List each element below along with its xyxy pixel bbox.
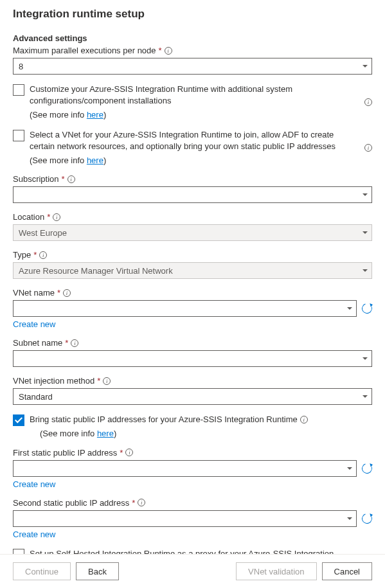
subscription-label: Subscription [13,174,59,184]
info-icon[interactable] [103,377,111,385]
chevron-down-icon [347,517,352,520]
refresh-icon[interactable] [360,301,373,315]
subnet-name-label: Subnet name [13,338,62,348]
static-ip-checkbox[interactable] [13,414,24,426]
injection-select[interactable]: Standard [13,388,372,405]
info-icon[interactable] [125,449,133,456]
seemore-suffix: ) [114,429,116,438]
info-icon[interactable] [138,499,145,506]
type-label: Type [13,250,31,260]
refresh-icon[interactable] [360,512,373,525]
location-value: West Europe [19,228,67,238]
info-icon[interactable] [53,213,60,221]
subscription-select[interactable] [13,186,372,203]
info-icon[interactable] [71,339,78,347]
info-icon[interactable] [300,416,308,423]
vnet-name-label: VNet name [13,288,55,298]
chevron-down-icon [347,307,352,310]
second-ip-select[interactable] [13,510,357,527]
info-icon[interactable] [39,251,47,259]
customize-seemore-link[interactable]: here [87,110,103,120]
location-select: West Europe [13,224,372,241]
required-marker: * [120,448,123,458]
cancel-button[interactable]: Cancel [322,562,372,580]
second-ip-label: Second static public IP address [13,498,129,508]
continue-button: Continue [13,562,71,580]
customize-label: Customize your Azure-SSIS Integration Ru… [30,84,292,105]
vnet-create-new-link[interactable]: Create new [13,319,55,329]
customize-checkbox[interactable] [13,84,24,96]
chevron-down-icon [363,193,368,196]
refresh-icon[interactable] [360,461,373,475]
type-value: Azure Resource Manager Virtual Network [19,266,173,276]
first-ip-label: First static public IP address [13,448,117,458]
footer: Continue Back VNet validation Cancel [0,554,385,588]
info-icon[interactable] [63,289,71,297]
info-icon[interactable] [364,98,372,106]
location-label: Location [13,212,44,222]
max-parallel-label: Maximum parallel executions per node [13,46,156,55]
seemore-prefix: (See more info [40,429,97,438]
injection-value: Standard [19,392,53,402]
required-marker: * [33,250,37,260]
back-button[interactable]: Back [76,562,119,580]
max-parallel-value: 8 [19,62,23,71]
info-icon[interactable] [364,144,372,152]
required-marker: * [62,174,65,184]
required-marker: * [47,212,50,222]
info-icon[interactable] [165,47,172,55]
seemore-suffix: ) [103,156,106,165]
required-marker: * [159,46,162,55]
required-marker: * [132,498,135,508]
section-advanced-settings: Advanced settings [13,33,372,43]
vnet-join-label: Select a VNet for your Azure-SSIS Integr… [30,130,336,151]
type-select: Azure Resource Manager Virtual Network [13,262,372,279]
static-ip-seemore-link[interactable]: here [97,429,114,438]
subnet-name-select[interactable] [13,350,372,367]
seemore-prefix: (See more info [30,110,87,120]
chevron-down-icon [363,231,368,234]
vnet-join-checkbox[interactable] [13,130,24,141]
required-marker: * [65,338,68,348]
first-ip-create-new-link[interactable]: Create new [13,479,55,489]
required-marker: * [57,288,60,298]
seemore-prefix: (See more info [30,156,87,165]
chevron-down-icon [363,395,368,398]
page-title: Integration runtime setup [13,8,372,21]
first-ip-select[interactable] [13,460,357,477]
second-ip-create-new-link[interactable]: Create new [13,530,55,539]
chevron-down-icon [347,467,352,470]
max-parallel-select[interactable]: 8 [13,58,372,75]
vnet-name-select[interactable] [13,300,357,317]
static-ip-label: Bring static public IP addresses for you… [30,414,298,425]
chevron-down-icon [363,65,368,67]
seemore-suffix: ) [103,110,106,120]
chevron-down-icon [363,269,368,272]
vnet-validation-button: VNet validation [236,562,316,580]
injection-label: VNet injection method [13,376,94,386]
chevron-down-icon [363,357,368,360]
vnet-join-seemore-link[interactable]: here [87,156,103,165]
required-marker: * [97,376,100,386]
info-icon[interactable] [67,175,75,183]
